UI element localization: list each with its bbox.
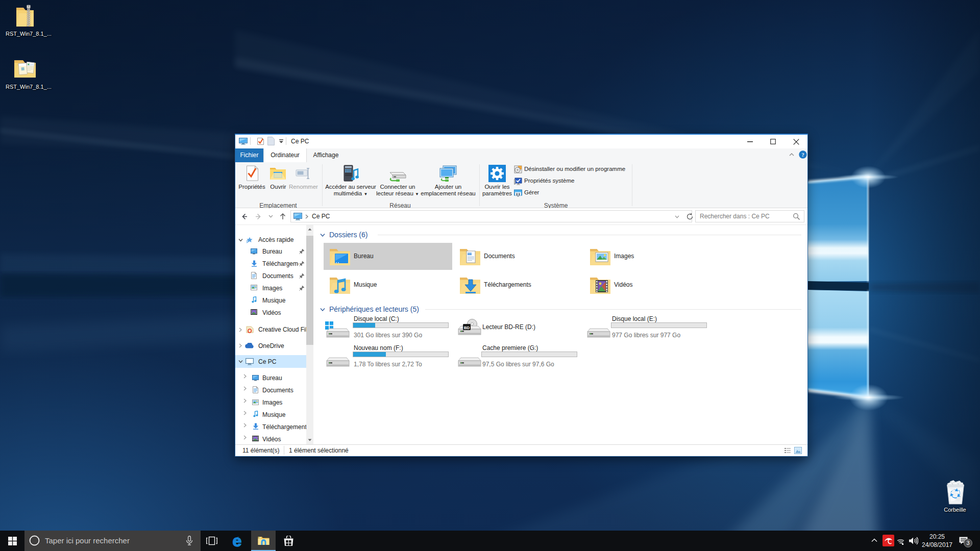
svg-text:?: ? — [801, 152, 804, 158]
svg-text:BD: BD — [464, 325, 470, 330]
